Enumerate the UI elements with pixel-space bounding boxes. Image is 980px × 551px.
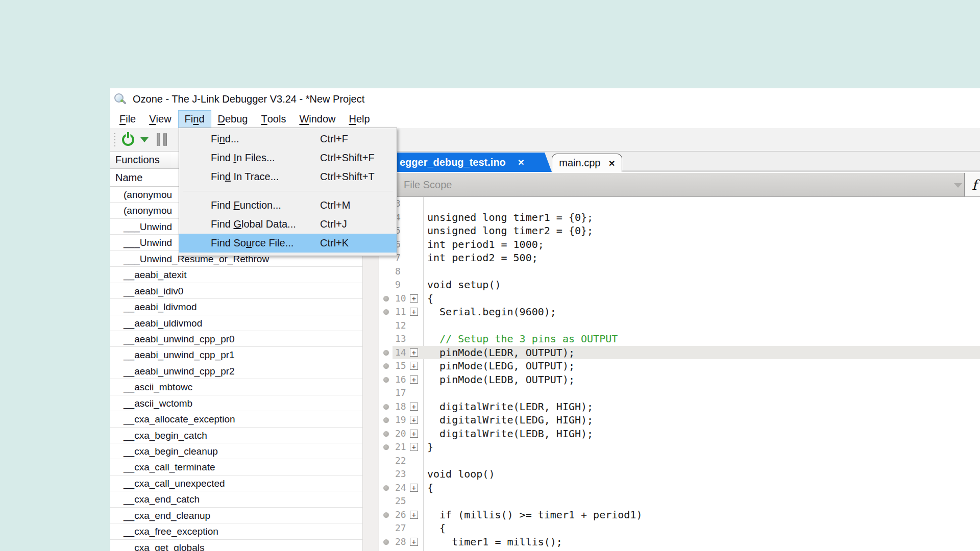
expand-plus-icon[interactable]: + (410, 294, 418, 303)
code-line-8: 8 (379, 265, 980, 279)
breakpoint-dot-icon[interactable] (383, 296, 389, 302)
line-number: 11 (395, 305, 406, 319)
desktop: { "window": { "title": "Ozone - The J-Li… (0, 0, 980, 551)
menu-item-find-so-u-rce-file[interactable]: Find Source File...Ctrl+K (179, 234, 397, 253)
code-text: if (millis() >= timer1 + period1) (427, 508, 642, 522)
breakpoint-dot-icon[interactable] (383, 404, 389, 410)
line-number: 8 (395, 265, 401, 279)
function-row[interactable]: __cxa_end_cleanup (110, 508, 363, 523)
tab-main-cpp[interactable]: main.cpp × (552, 154, 622, 172)
function-row[interactable]: __aeabi_uldivmod (110, 315, 363, 331)
tab-close-icon[interactable]: × (608, 157, 615, 169)
function-row[interactable]: __cxa_call_terminate (110, 459, 363, 475)
menu-item-find-g-lobal-data[interactable]: Find Global Data...Ctrl+J (179, 215, 397, 234)
function-list-button[interactable]: f (964, 173, 980, 196)
code-line-13: 13 // Setup the 3 pins as OUTPUT (379, 332, 980, 346)
function-row[interactable]: __ascii_mbtowc (110, 379, 363, 395)
menu-item-label: Find Function... (211, 196, 281, 215)
function-row[interactable]: __aeabi_atexit (110, 267, 363, 283)
expand-plus-icon[interactable]: + (410, 348, 418, 357)
expand-plus-icon[interactable]: + (410, 538, 418, 546)
menubar-item-file[interactable]: File (113, 110, 142, 128)
function-row[interactable]: __cxa_call_unexpected (110, 475, 363, 491)
line-number: 10 (395, 292, 406, 306)
expand-plus-icon[interactable]: + (410, 403, 418, 411)
line-number: 28 (395, 535, 406, 549)
menubar-item-window[interactable]: Window (292, 110, 342, 128)
function-row[interactable]: __cxa_free_exception (110, 523, 363, 539)
menu-item-find-i-n-files[interactable]: Find In Files...Ctrl+Shift+F (179, 148, 397, 167)
code-line-12: 12 (379, 319, 980, 333)
line-number: 25 (395, 494, 406, 508)
expand-plus-icon[interactable]: + (410, 484, 418, 492)
breakpoint-dot-icon[interactable] (383, 485, 389, 491)
menubar-item-help[interactable]: Help (342, 110, 377, 128)
code-text: pinMode(LEDG, OUTPUT); (427, 359, 575, 373)
pause-icon[interactable] (157, 133, 167, 146)
breakpoint-dot-icon[interactable] (383, 512, 389, 518)
breakpoint-dot-icon[interactable] (383, 431, 389, 437)
toolbar-grip-handle[interactable] (114, 132, 116, 147)
expand-plus-icon[interactable]: + (410, 430, 418, 438)
combobox-arrow-icon[interactable] (954, 183, 962, 188)
line-number: 20 (395, 427, 406, 441)
menu-item-find-f-unction[interactable]: Find Function...Ctrl+M (179, 196, 397, 215)
code-text: { (427, 481, 433, 495)
function-row[interactable]: __aeabi_idiv0 (110, 283, 363, 299)
expand-plus-icon[interactable]: + (410, 308, 418, 316)
code-line-4: 4unsigned long timer1 = {0}; (379, 211, 980, 224)
line-number: 17 (395, 386, 406, 400)
code-text: digitalWrite(LEDG, HIGH); (427, 413, 593, 427)
menubar-item-debug[interactable]: Debug (211, 110, 255, 128)
breakpoint-dot-icon[interactable] (383, 444, 389, 450)
window-title: Ozone - The J-Link Debugger V3.24 - *New… (133, 93, 364, 105)
breakpoint-dot-icon[interactable] (383, 363, 389, 369)
function-row[interactable]: __aeabi_unwind_cpp_pr2 (110, 363, 363, 379)
code-line-21: 21+} (379, 440, 980, 454)
menu-item-label: Find... (211, 130, 239, 148)
code-text: timer1 = millis(); (427, 535, 562, 549)
code-line-18: 18+ digitalWrite(LEDR, HIGH); (379, 400, 980, 414)
tab-label: main.cpp (559, 157, 600, 169)
line-number: 12 (395, 319, 406, 333)
power-icon[interactable] (122, 134, 134, 146)
breakpoint-dot-icon[interactable] (383, 350, 389, 356)
function-row[interactable]: __aeabi_unwind_cpp_pr0 (110, 331, 363, 347)
breakpoint-dot-icon[interactable] (383, 309, 389, 315)
code-line-14: 14+ pinMode(LEDR, OUTPUT); (379, 346, 980, 360)
tab-close-icon[interactable]: × (518, 156, 524, 168)
tab-segger-debug-test-ino[interactable]: egger_debug_test.ino × (383, 153, 552, 172)
expand-plus-icon[interactable]: + (410, 362, 418, 370)
expand-plus-icon[interactable]: + (410, 511, 418, 519)
menu-item-fin-d-in-trace[interactable]: Find In Trace...Ctrl+Shift+T (179, 167, 397, 186)
function-row[interactable]: __cxa_get_globals (110, 540, 363, 551)
menubar-item-tools[interactable]: Tools (254, 110, 292, 128)
expand-plus-icon[interactable]: + (410, 375, 418, 384)
breakpoint-dot-icon[interactable] (383, 377, 389, 383)
menu-item-label: Find In Trace... (211, 167, 279, 186)
code-line-17: 17 (379, 386, 980, 400)
function-row[interactable]: __cxa_begin_cleanup (110, 443, 363, 459)
breakpoint-dot-icon[interactable] (383, 539, 389, 545)
code-text: { (427, 292, 433, 306)
menu-bar: FileViewFindDebugToolsWindowHelp (110, 110, 980, 128)
file-scope-combobox[interactable]: File Scope f (379, 173, 980, 197)
function-row[interactable]: __cxa_end_catch (110, 491, 363, 507)
code-editor[interactable]: 34unsigned long timer1 = {0};5unsigned l… (379, 197, 980, 551)
function-row[interactable]: __cxa_allocate_exception (110, 411, 363, 427)
line-number: 26 (395, 508, 406, 522)
code-line-9: 9void setup() (379, 278, 980, 292)
function-row[interactable]: __aeabi_unwind_cpp_pr1 (110, 347, 363, 363)
function-row[interactable]: __cxa_begin_catch (110, 428, 363, 443)
menubar-item-view[interactable]: View (142, 110, 178, 128)
code-line-10: 10+{ (379, 292, 980, 306)
menubar-item-find[interactable]: Find (178, 110, 211, 128)
expand-plus-icon[interactable]: + (410, 416, 418, 424)
expand-plus-icon[interactable]: + (410, 443, 418, 451)
function-row[interactable]: __ascii_wctomb (110, 395, 363, 411)
breakpoint-dot-icon[interactable] (383, 417, 389, 423)
menu-item-fi-n-d[interactable]: Find...Ctrl+F (179, 130, 397, 148)
code-line-16: 16+ pinMode(LEDB, OUTPUT); (379, 373, 980, 387)
function-row[interactable]: __aeabi_ldivmod (110, 299, 363, 315)
dropdown-arrow-icon[interactable] (140, 137, 149, 142)
